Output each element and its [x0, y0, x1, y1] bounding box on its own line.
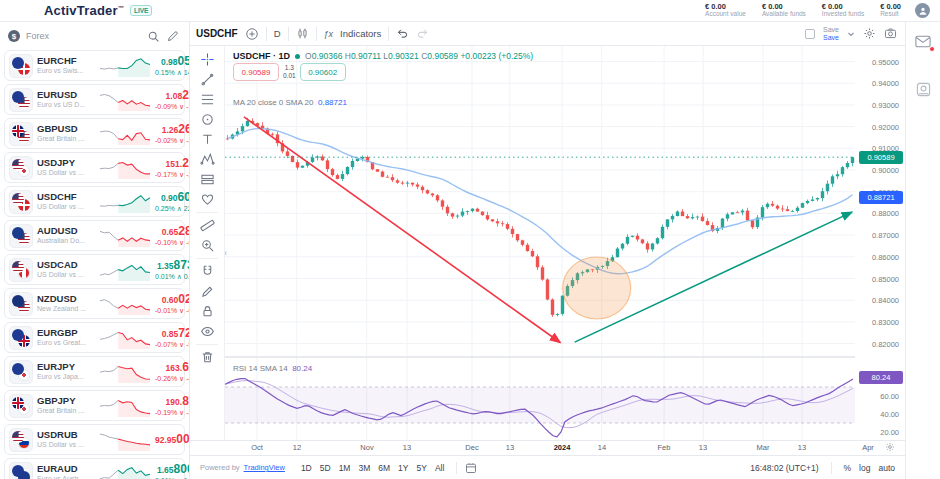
time-axis-label: Mar — [750, 443, 776, 452]
watchlist-item[interactable]: EURGBP Euro vs Great... 0.85725 -0.07% ∨… — [4, 322, 185, 353]
account-stat: € 0.00Result — [880, 3, 901, 18]
screenshot-camera-icon[interactable] — [884, 27, 897, 40]
edit-watchlist-icon[interactable] — [166, 30, 179, 43]
watchlist-item[interactable]: AUDUSD Australian Do... 0.65285 -0.10% ∨… — [4, 220, 185, 251]
log-scale-button[interactable]: log — [859, 463, 870, 473]
sparkline-chart — [99, 428, 151, 452]
watchlist-item[interactable]: USDJPY US Dollar vs ... 151.284 -0.17% ∨… — [4, 152, 185, 183]
instrument-symbol: USDCHF — [37, 192, 95, 203]
instrument-flags-icon — [9, 462, 33, 479]
market-open-dot — [295, 54, 300, 59]
watchlist-item[interactable]: EURUSD Euro vs US D... 1.08229 -0.09% ∨ … — [4, 84, 185, 115]
fx-icon[interactable]: ƒx — [324, 29, 334, 39]
go-to-date-icon[interactable] — [465, 462, 477, 474]
range-button-1y[interactable]: 1Y — [394, 461, 412, 475]
instrument-flags-icon — [9, 326, 33, 350]
instrument-flags-icon — [9, 54, 33, 78]
xabcd-pattern-icon[interactable] — [195, 150, 219, 169]
watchlist-item[interactable]: EURJPY Euro vs Japa... 163.623 -0.26% ∨ … — [4, 356, 185, 387]
price-axis[interactable]: 0.950000.940000.930000.920000.910000.900… — [855, 46, 905, 440]
watchlist-item[interactable]: EURCHF Euro vs Swis... 0.98054 0.15% ∧ 1… — [4, 50, 185, 81]
range-button-5y[interactable]: 5Y — [412, 461, 430, 475]
chart-area[interactable]: USDCHF · 1D O0.90366 H0.90711 L0.90321 C… — [225, 46, 855, 440]
auto-scale-button[interactable]: auto — [878, 463, 895, 473]
draw-mode-icon[interactable] — [195, 282, 219, 301]
watchlist-item[interactable]: GBPUSD Great Britain ... 1.26260 -0.02% … — [4, 118, 185, 149]
axis-settings-gear-icon[interactable] — [877, 442, 903, 454]
legend-ohlc: O0.90366 H0.90711 L0.90321 C0.90589 +0.0… — [305, 51, 533, 61]
instant-photo-icon[interactable] — [913, 80, 933, 98]
delete-drawings-icon[interactable] — [195, 348, 219, 367]
clock-display[interactable]: 16:48:02 (UTC+1) — [750, 463, 818, 473]
add-symbol-icon[interactable] — [245, 27, 259, 41]
ma-legend[interactable]: MA 20 close 0 SMA 20 0.88721 — [233, 98, 347, 107]
emoji-heart-icon[interactable] — [195, 190, 219, 209]
toolbar-checkbox[interactable] — [805, 29, 815, 39]
buy-button[interactable]: 0.90602 — [300, 63, 346, 81]
measure-ruler-icon[interactable] — [195, 216, 219, 235]
notifications-mail-icon[interactable] — [913, 32, 933, 50]
magnet-icon[interactable] — [195, 262, 219, 281]
watchlist-item[interactable]: USDRUB US Dollar vs ... 92.9500 — [4, 424, 185, 455]
instrument-price: 0.65285 — [155, 224, 189, 238]
rsi-value-badge: 80.24 — [859, 371, 903, 384]
instrument-change: -0.19% ∨ -36.1 — [155, 409, 189, 417]
time-axis-label: 2024 — [549, 443, 575, 452]
fib-retracement-icon[interactable] — [195, 90, 219, 109]
instrument-change: -0.17% ∨ -25.2 — [155, 171, 189, 179]
instrument-name: New Zealand ... — [37, 305, 95, 313]
range-button-5d[interactable]: 5D — [316, 461, 335, 475]
save-button[interactable]: Save Save — [823, 26, 839, 41]
tradingview-link[interactable]: TradingView — [244, 463, 285, 472]
legend-symbol[interactable]: USDCHF · 1D — [233, 51, 290, 61]
undo-icon[interactable] — [396, 27, 409, 40]
sell-button[interactable]: 0.90589 — [233, 63, 279, 81]
crosshair-icon[interactable] — [195, 50, 219, 69]
watchlist-item[interactable]: GBPJPY Great Britain ... 190.879 -0.19% … — [4, 390, 185, 421]
settings-gear-icon[interactable] — [863, 27, 876, 40]
percent-scale-button[interactable]: % — [844, 463, 852, 473]
range-button-3m[interactable]: 3M — [354, 461, 374, 475]
time-axis-label: 12 — [284, 443, 310, 452]
watchlist-group-label[interactable]: Forex — [26, 31, 49, 41]
time-axis[interactable]: Oct12Nov13Dec13202414Feb13Mar13Apr — [190, 440, 905, 455]
account-stat: € 0.00Available funds — [762, 3, 806, 18]
watchlist-item[interactable]: EURAUD Euro vs Austr... 1.65800 0.01% ∧ … — [4, 458, 185, 479]
redo-icon[interactable] — [416, 27, 429, 40]
range-button-1m[interactable]: 1M — [335, 461, 355, 475]
instrument-name: Euro vs Great... — [37, 339, 95, 347]
text-tool-icon[interactable] — [195, 130, 219, 149]
instrument-symbol: EURAUD — [37, 464, 95, 475]
indicators-button[interactable]: Indicators — [340, 28, 381, 39]
sparkline-chart — [99, 394, 151, 418]
instrument-price: 1.26260 — [155, 122, 189, 136]
lock-drawings-icon[interactable] — [195, 302, 219, 321]
search-icon[interactable] — [147, 30, 160, 43]
bottom-toolbar: Powered by TradingView 1D5D1M3M6M1Y5YAll… — [190, 455, 905, 479]
watchlist-item[interactable]: NZDUSD New Zealand ... 0.60027 -0.01% ∨ … — [4, 288, 185, 319]
timeframe-button[interactable]: D — [274, 28, 281, 39]
instrument-flags-icon — [9, 258, 33, 282]
shapes-circle-icon[interactable] — [195, 110, 219, 129]
chart-style-icon[interactable] — [296, 27, 309, 40]
position-tool-icon[interactable] — [195, 170, 219, 189]
instrument-symbol: EURJPY — [37, 362, 95, 373]
range-button-1d[interactable]: 1D — [297, 461, 316, 475]
range-button-6m[interactable]: 6M — [374, 461, 394, 475]
price-tick: 0.94000 — [872, 79, 899, 88]
zoom-in-icon[interactable] — [195, 236, 219, 255]
range-button-all[interactable]: All — [431, 461, 448, 475]
watchlist-item[interactable]: USDCHF US Dollar vs ... 0.90602 0.25% ∧ … — [4, 186, 185, 217]
watchlist-item[interactable]: USDCAD US Dollar vs ... 1.35873 0.01% ∧ … — [4, 254, 185, 285]
chart-body: USDCHF · 1D O0.90366 H0.90711 L0.90321 C… — [190, 46, 905, 440]
avatar[interactable] — [915, 3, 930, 18]
sparkline-chart — [99, 224, 151, 248]
sparkline-chart — [99, 258, 151, 282]
right-icon-strip — [905, 22, 940, 479]
save-dropdown-caret-icon[interactable] — [847, 30, 855, 38]
watchlist-collapse-handle[interactable]: ‹ — [225, 244, 233, 262]
rsi-legend[interactable]: RSI 14 SMA 14 80.24 — [233, 364, 312, 373]
hide-drawings-icon[interactable] — [195, 322, 219, 341]
symbol-tab[interactable]: USDCHF — [196, 28, 238, 39]
trend-line-icon[interactable] — [195, 70, 219, 89]
